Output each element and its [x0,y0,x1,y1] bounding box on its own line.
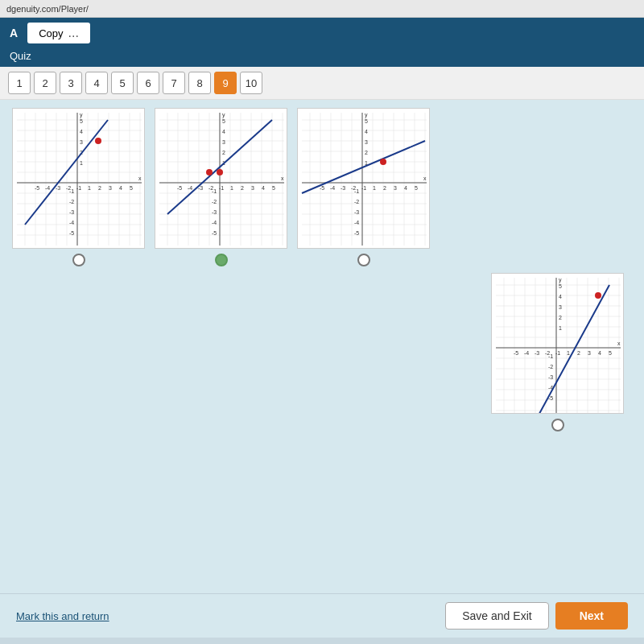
svg-text:-4: -4 [188,185,192,191]
svg-text:3: 3 [588,350,591,356]
browser-bar: dgenuity.com/Player/ [0,0,644,18]
svg-text:-4: -4 [45,185,50,191]
svg-text:3: 3 [365,139,368,145]
radio-graph-1[interactable] [72,254,85,266]
svg-text:y: y [80,112,83,118]
svg-text:-5: -5 [177,185,182,191]
svg-text:2: 2 [98,185,101,191]
svg-text:-1: -1 [219,185,224,191]
graph-4: x y -5 -4 -3 -2 -1 1 2 3 4 5 5 4 3 2 1 [491,273,624,414]
mark-return-link[interactable]: Mark this and return [16,610,109,622]
svg-text:-1: -1 [354,188,359,194]
svg-text:3: 3 [222,139,225,145]
svg-text:2: 2 [365,150,368,155]
svg-point-150 [380,159,386,165]
svg-text:-1: -1 [69,188,74,194]
svg-text:5: 5 [609,350,612,356]
next-button[interactable]: Next [555,602,628,630]
svg-text:1: 1 [88,185,91,191]
svg-text:x: x [138,175,142,181]
svg-text:-5: -5 [35,185,39,191]
question-nav-9[interactable]: 9 [214,72,237,94]
svg-text:-4: -4 [524,350,529,356]
copy-label: Copy [39,27,63,39]
svg-text:1: 1 [230,185,233,191]
footer: Mark this and return Save and Exit Next [0,593,644,638]
svg-text:5: 5 [365,118,368,124]
svg-text:2: 2 [577,350,580,356]
svg-text:4: 4 [598,350,601,356]
svg-text:4: 4 [262,185,265,191]
svg-text:-4: -4 [330,185,335,191]
svg-text:3: 3 [559,304,562,310]
svg-text:-3: -3 [548,374,553,380]
copy-button[interactable]: Copy ... [27,23,90,43]
svg-text:4: 4 [365,129,368,134]
question-nav-6[interactable]: 6 [137,72,159,94]
main-content: x y -5 -4 -3 -2 -1 1 2 3 4 5 5 4 3 [0,100,644,593]
svg-text:4: 4 [119,185,122,191]
save-exit-button[interactable]: Save and Exit [445,602,548,630]
svg-text:1: 1 [559,325,562,331]
svg-text:1: 1 [373,185,376,191]
svg-text:4: 4 [222,129,225,134]
graph-container-3: x y -5 -4 -3 -2 -1 1 2 3 4 5 5 4 3 2 1 [297,108,430,266]
svg-point-100 [206,169,213,175]
browser-url: dgenuity.com/Player/ [6,4,89,14]
svg-text:-1: -1 [555,350,560,356]
svg-text:-2: -2 [354,199,359,204]
copy-dots: ... [68,26,78,40]
radio-graph-4[interactable] [551,419,564,431]
svg-text:-3: -3 [341,185,345,191]
svg-text:5: 5 [272,185,275,191]
question-nav-3[interactable]: 3 [60,72,82,94]
svg-text:x: x [423,175,427,181]
graph-3: x y -5 -4 -3 -2 -1 1 2 3 4 5 5 4 3 2 1 [297,108,430,249]
svg-text:-1: -1 [212,188,217,194]
svg-text:-2: -2 [212,199,217,204]
question-nav-10[interactable]: 10 [240,72,262,94]
svg-text:5: 5 [130,185,133,191]
svg-text:1: 1 [567,350,570,356]
top-graphs-row: x y -5 -4 -3 -2 -1 1 2 3 4 5 5 4 3 [12,108,632,266]
svg-text:-5: -5 [69,230,74,236]
section-label: A [10,27,18,39]
svg-point-49 [95,138,101,144]
graph-container-2: x y -5 -4 -3 -2 -1 1 2 3 4 5 5 4 3 2 1 [155,108,287,266]
question-nav-5[interactable]: 5 [111,72,134,94]
svg-text:-3: -3 [354,209,359,215]
svg-text:x: x [617,341,621,346]
svg-text:-3: -3 [69,209,74,215]
question-nav-8[interactable]: 8 [188,72,211,94]
graph-container-1: x y -5 -4 -3 -2 -1 1 2 3 4 5 5 4 3 [12,108,145,266]
svg-text:y: y [559,277,562,283]
svg-text:-3: -3 [535,350,539,356]
svg-text:-2: -2 [548,364,553,369]
graph-1: x y -5 -4 -3 -2 -1 1 2 3 4 5 5 4 3 [12,108,145,249]
svg-text:-4: -4 [212,220,217,225]
svg-text:3: 3 [394,185,397,191]
quiz-bar: Quiz [0,48,644,67]
graph-container-4: x y -5 -4 -3 -2 -1 1 2 3 4 5 5 4 3 2 1 [491,273,624,431]
svg-text:y: y [365,112,368,118]
svg-text:2: 2 [383,185,386,191]
radio-graph-2[interactable] [215,254,228,266]
svg-text:5: 5 [559,283,562,289]
svg-text:1: 1 [80,160,83,166]
svg-text:2: 2 [559,315,562,320]
svg-text:-2: -2 [69,199,74,204]
svg-text:3: 3 [251,185,254,191]
svg-text:4: 4 [80,129,83,134]
svg-text:2: 2 [241,185,244,191]
radio-graph-3[interactable] [357,254,370,266]
question-nav-7[interactable]: 7 [163,72,185,94]
graph-2: x y -5 -4 -3 -2 -1 1 2 3 4 5 5 4 3 2 1 [155,108,287,249]
question-nav-4[interactable]: 4 [85,72,108,94]
question-nav-1[interactable]: 1 [8,72,31,94]
svg-text:-5: -5 [212,230,217,236]
question-nav-2[interactable]: 2 [34,72,56,94]
svg-text:-1: -1 [361,185,366,191]
svg-text:4: 4 [559,294,562,299]
svg-text:-1: -1 [76,185,81,191]
svg-text:-1: -1 [548,353,553,359]
